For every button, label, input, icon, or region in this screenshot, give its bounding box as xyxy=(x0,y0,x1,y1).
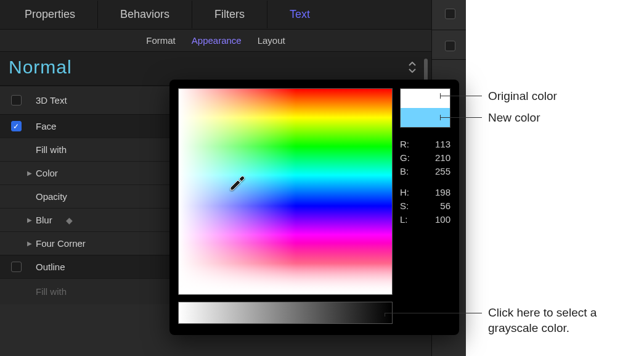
label-3d-text: 3D Text xyxy=(36,95,67,106)
preset-stepper[interactable] xyxy=(408,62,417,73)
callout-line xyxy=(440,117,482,118)
subtab-layout[interactable]: Layout xyxy=(258,35,285,46)
disclosure-right-icon[interactable]: ▶ xyxy=(27,217,32,223)
l-value: 100 xyxy=(435,213,450,226)
r-value: 113 xyxy=(435,138,450,151)
label-color: Color xyxy=(36,168,58,178)
b-value: 255 xyxy=(435,165,450,178)
callout-line xyxy=(385,313,482,313)
checkbox-outline[interactable] xyxy=(11,262,22,272)
label-blur: Blur xyxy=(36,215,52,225)
label-fill-with: Fill with xyxy=(36,144,67,155)
spectrum-area[interactable] xyxy=(178,88,393,295)
tab-properties[interactable]: Properties xyxy=(2,1,98,28)
s-value: 56 xyxy=(440,199,450,213)
text-subtabbar: Format Appearance Layout xyxy=(0,30,431,52)
tab-text[interactable]: Text xyxy=(267,1,332,28)
disclosure-right-icon[interactable]: ▶ xyxy=(27,170,32,176)
callout-original-color: Original color xyxy=(488,88,557,104)
label-opacity: Opacity xyxy=(36,191,67,202)
g-value: 210 xyxy=(435,151,450,165)
tab-filters[interactable]: Filters xyxy=(192,1,267,28)
original-color-half xyxy=(401,89,450,108)
disclosure-right-icon[interactable]: ▶ xyxy=(27,240,32,247)
s-label: S xyxy=(400,199,409,213)
checkbox-3d-text[interactable] xyxy=(11,95,22,106)
checkbox-face[interactable]: ✓ xyxy=(11,121,22,131)
grayscale-ramp[interactable] xyxy=(178,302,393,324)
h-label: H xyxy=(400,186,409,199)
subtab-appearance[interactable]: Appearance xyxy=(192,35,242,46)
aux-checkbox-1[interactable] xyxy=(445,9,455,19)
b-label: B xyxy=(400,165,409,178)
label-outline: Outline xyxy=(36,262,65,272)
style-preset-select[interactable]: Normal xyxy=(9,56,408,79)
aux-checkbox-2[interactable] xyxy=(445,41,455,51)
h-value: 198 xyxy=(435,186,450,199)
color-readout: R113 G210 B255 H198 S56 L100 xyxy=(400,138,450,226)
label-face: Face xyxy=(36,121,56,131)
keyframe-diamond-icon[interactable]: ◆ xyxy=(66,215,73,225)
g-label: G xyxy=(400,151,410,165)
chevron-down-icon xyxy=(408,68,417,73)
callout-grayscale: Click here to select a grayscale color. xyxy=(488,305,624,336)
callout-new-color: New color xyxy=(488,110,540,125)
callout-line xyxy=(440,96,482,96)
tab-behaviors[interactable]: Behaviors xyxy=(98,1,192,28)
color-swatch xyxy=(400,88,450,128)
r-label: R xyxy=(400,138,409,151)
color-picker-popover: R113 G210 B255 H198 S56 L100 xyxy=(169,80,459,335)
label-four-corner: Four Corner xyxy=(36,238,86,249)
label-outline-fill-with: Fill with xyxy=(36,286,67,297)
subtab-format[interactable]: Format xyxy=(146,35,176,46)
chevron-up-icon xyxy=(408,62,417,67)
l-label: L xyxy=(400,213,408,226)
inspector-tabbar: Properties Behaviors Filters Text xyxy=(0,0,431,30)
